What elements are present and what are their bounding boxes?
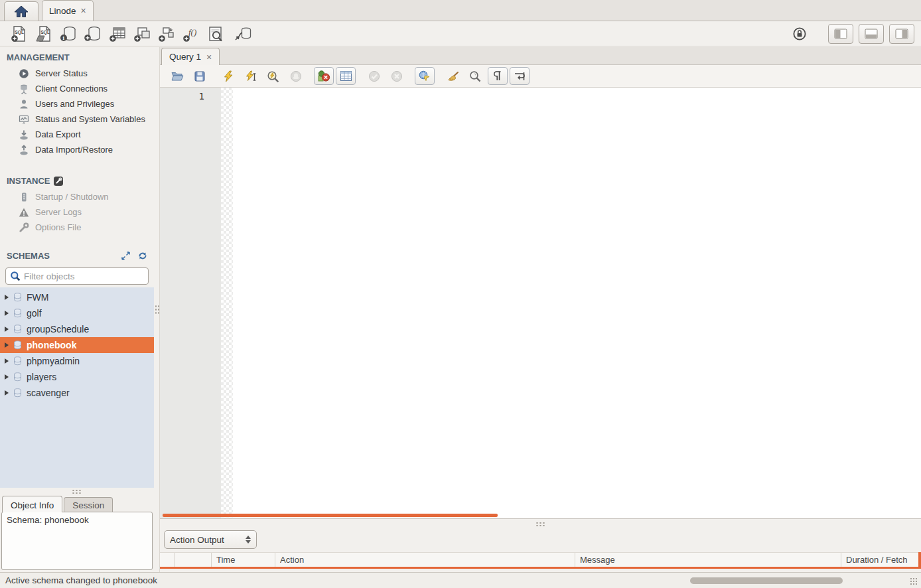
save-script-icon[interactable]	[189, 67, 210, 86]
toggle-left-sidebar-button[interactable]	[828, 24, 853, 44]
output-selector-label: Action Output	[170, 535, 224, 545]
status-message: Active schema changed to phonebook	[5, 575, 157, 585]
schema-tree-item[interactable]: groupSchedule	[0, 321, 154, 337]
query-tab[interactable]: Query 1 ×	[161, 48, 220, 65]
server-logs-icon	[19, 207, 29, 218]
lock-status-icon[interactable]	[792, 27, 807, 41]
explain-plan-icon[interactable]	[263, 67, 283, 86]
create-function-icon[interactable]: f()	[178, 23, 203, 44]
schemas-section-title: SCHEMAS	[0, 246, 154, 264]
connection-tab-label: Linode	[49, 6, 76, 16]
sidebar-item-data-import[interactable]: Data Import/Restore	[0, 142, 154, 157]
open-sql-script-icon[interactable]: SQL	[31, 23, 56, 44]
sidebar: MANAGEMENT Server Status Client Connecti…	[0, 47, 154, 572]
query-tab-bar: Query 1 ×	[160, 47, 921, 65]
toggle-output-area-button[interactable]	[859, 24, 884, 44]
status-bar: Active schema changed to phonebook	[0, 572, 921, 588]
sidebar-item-options-file[interactable]: Options File	[0, 220, 154, 235]
resize-grip-icon[interactable]	[910, 577, 918, 585]
schema-inspector-icon[interactable]: i	[56, 23, 80, 44]
output-col-blank2[interactable]	[175, 553, 212, 567]
schema-name: phpmyadmin	[27, 356, 80, 366]
output-vertical-scrollbar[interactable]	[918, 552, 921, 567]
sidebar-item-status-system-variables[interactable]: Status and System Variables	[0, 111, 154, 127]
expand-schemas-icon[interactable]	[121, 252, 130, 260]
output-col-action[interactable]: Action	[275, 553, 575, 567]
options-file-icon	[19, 222, 29, 233]
toggle-stop-on-error-icon[interactable]	[314, 67, 334, 85]
editor-output-splitter[interactable]	[160, 519, 921, 528]
sidebar-item-users-privileges[interactable]: Users and Privileges	[0, 96, 154, 111]
refresh-schemas-icon[interactable]	[138, 252, 147, 260]
users-icon	[19, 99, 29, 110]
expander-icon[interactable]	[5, 374, 9, 380]
client-connections-icon	[19, 84, 29, 94]
toggle-invisible-characters-icon[interactable]	[488, 67, 508, 85]
tab-object-info[interactable]: Object Info	[2, 496, 62, 512]
mysql-workbench-window: Linode × SQL SQL i f()	[0, 0, 921, 588]
output-col-blank1[interactable]	[160, 553, 175, 567]
query-tab-label: Query 1	[169, 52, 201, 62]
output-col-time[interactable]: Time	[212, 553, 275, 567]
rollback-icon[interactable]	[386, 67, 407, 86]
output-horizontal-scrollbar[interactable]	[690, 577, 843, 584]
reconnect-dbms-icon[interactable]	[230, 23, 255, 44]
commit-icon[interactable]	[364, 67, 384, 86]
sidebar-main-splitter[interactable]	[154, 47, 159, 572]
output-col-duration[interactable]: Duration / Fetch	[841, 553, 921, 567]
toggle-word-wrap-icon[interactable]	[510, 67, 530, 85]
schema-name: groupSchedule	[27, 324, 89, 334]
open-file-icon[interactable]	[167, 67, 187, 86]
output-col-message[interactable]: Message	[575, 553, 841, 567]
code-area[interactable]	[233, 88, 921, 518]
data-export-icon	[19, 129, 29, 140]
sidebar-item-data-export[interactable]: Data Export	[0, 127, 154, 142]
main-area: Query 1 ×	[159, 47, 921, 572]
new-sql-tab-icon[interactable]: SQL	[7, 23, 31, 44]
window-tab-bar: Linode ×	[0, 0, 921, 21]
expander-icon[interactable]	[5, 342, 9, 348]
output-table-header: Time Action Message Duration / Fetch	[160, 552, 921, 567]
expander-icon[interactable]	[5, 327, 9, 332]
schema-tree-item[interactable]: phonebook	[0, 337, 154, 353]
expander-icon[interactable]	[5, 295, 9, 300]
tab-session[interactable]: Session	[64, 497, 113, 512]
schema-tree-item[interactable]: golf	[0, 305, 154, 321]
filter-objects-input[interactable]	[24, 271, 144, 281]
expander-icon[interactable]	[5, 358, 9, 364]
expander-icon[interactable]	[5, 390, 9, 396]
beautify-script-icon[interactable]	[443, 67, 463, 86]
dropdown-spinner-icon	[246, 536, 251, 544]
sidebar-item-server-logs[interactable]: Server Logs	[0, 204, 154, 220]
schema-tree-item[interactable]: scavenger	[0, 385, 154, 401]
connection-tab[interactable]: Linode ×	[42, 0, 94, 21]
output-selector-dropdown[interactable]: Action Output	[164, 530, 257, 549]
execute-all-icon[interactable]	[218, 67, 238, 86]
sidebar-splitter[interactable]	[0, 488, 154, 494]
toggle-autocommit-icon[interactable]	[415, 67, 435, 85]
stop-query-icon[interactable]	[285, 67, 306, 86]
schema-tree-item[interactable]: players	[0, 369, 154, 385]
sidebar-item-server-status[interactable]: Server Status	[0, 66, 154, 81]
toggle-right-sidebar-button[interactable]	[889, 24, 914, 44]
sql-editor[interactable]: 1	[160, 88, 921, 519]
limit-rows-icon[interactable]	[336, 67, 356, 85]
home-tab[interactable]	[4, 1, 38, 21]
create-schema-icon[interactable]	[80, 23, 105, 44]
create-view-icon[interactable]	[129, 23, 154, 44]
search-table-data-icon[interactable]	[203, 23, 228, 44]
sidebar-item-client-connections[interactable]: Client Connections	[0, 81, 154, 96]
create-procedure-icon[interactable]	[154, 23, 178, 44]
create-table-icon[interactable]	[105, 23, 129, 44]
close-icon[interactable]: ×	[206, 52, 212, 62]
close-icon[interactable]: ×	[81, 6, 86, 15]
schema-tree-item[interactable]: FWM	[0, 289, 154, 305]
expander-icon[interactable]	[5, 311, 9, 316]
schema-icon	[13, 388, 22, 398]
find-panel-icon[interactable]	[465, 67, 486, 86]
sidebar-item-startup-shutdown[interactable]: Startup / Shutdown	[0, 189, 154, 204]
server-status-icon	[19, 68, 29, 79]
execute-current-statement-icon[interactable]	[240, 67, 261, 86]
editor-horizontal-scrollbar[interactable]	[163, 514, 498, 517]
schema-tree-item[interactable]: phpmyadmin	[0, 353, 154, 369]
